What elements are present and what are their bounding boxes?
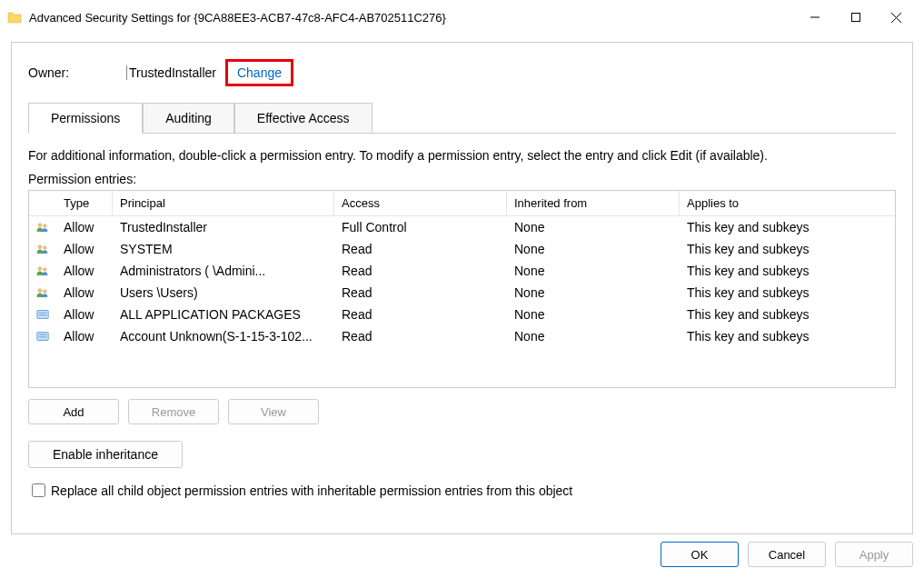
cell-applies: This key and subkeys (680, 305, 895, 324)
cell-access: Full Control (334, 218, 507, 236)
cell-principal: ALL APPLICATION PACKAGES (113, 305, 334, 324)
users-icon (29, 241, 56, 257)
package-icon (29, 328, 56, 344)
table-header: Type Principal Access Inherited from App… (29, 191, 895, 216)
svg-point-10 (38, 289, 42, 293)
owner-value: TrustedInstaller (126, 65, 216, 80)
svg-point-9 (44, 268, 46, 271)
cell-inherited: None (507, 218, 680, 236)
cell-principal: TrustedInstaller (113, 218, 334, 236)
cell-applies: This key and subkeys (680, 284, 895, 302)
content-frame: Owner: TrustedInstaller Change Permissio… (11, 42, 913, 534)
th-principal[interactable]: Principal (113, 191, 334, 215)
window-title: Advanced Security Settings for {9CA88EE3… (29, 11, 794, 25)
cell-principal: Account Unknown(S-1-15-3-102... (113, 327, 334, 345)
svg-rect-12 (37, 311, 48, 319)
cell-access: Read (334, 327, 507, 345)
svg-point-8 (38, 267, 42, 271)
table-row[interactable]: AllowUsers \Users)ReadNoneThis key and s… (29, 282, 895, 304)
replace-checkbox-label: Replace all child object permission entr… (51, 483, 572, 498)
remove-button[interactable]: Remove (128, 399, 219, 424)
cell-access: Read (334, 262, 507, 280)
cell-principal: SYSTEM (113, 240, 334, 258)
cell-type: Allow (56, 262, 113, 280)
table-buttons: Add Remove View (28, 399, 896, 424)
cell-access: Read (334, 305, 507, 324)
users-icon (29, 219, 56, 235)
table-row[interactable]: AllowALL APPLICATION PACKAGESReadNoneThi… (29, 304, 895, 325)
tab-permissions[interactable]: Permissions (28, 103, 143, 134)
footer-buttons: OK Cancel Apply (0, 534, 924, 567)
cell-type: Allow (56, 284, 113, 302)
cell-type: Allow (56, 218, 113, 236)
table-body: AllowTrustedInstallerFull ControlNoneThi… (29, 216, 895, 347)
table-row[interactable]: AllowTrustedInstallerFull ControlNoneThi… (29, 216, 895, 238)
svg-point-11 (44, 290, 46, 293)
apply-button[interactable]: Apply (835, 542, 913, 567)
th-type[interactable]: Type (56, 191, 113, 215)
minimize-button[interactable] (794, 4, 835, 31)
svg-point-6 (38, 245, 42, 249)
users-icon (29, 263, 56, 279)
tab-strip: Permissions Auditing Effective Access (28, 103, 896, 134)
svg-rect-1 (851, 14, 859, 22)
cell-access: Read (334, 240, 507, 258)
cell-type: Allow (56, 327, 113, 345)
cell-principal: Users \Users) (113, 284, 334, 302)
svg-point-5 (44, 224, 46, 227)
titlebar: Advanced Security Settings for {9CA88EE3… (0, 0, 924, 35)
cell-inherited: None (507, 262, 680, 280)
cell-access: Read (334, 284, 507, 302)
cell-type: Allow (56, 305, 113, 324)
maximize-button[interactable] (835, 4, 876, 31)
add-button[interactable]: Add (28, 399, 119, 424)
th-icon (29, 191, 56, 215)
th-applies[interactable]: Applies to (680, 191, 895, 215)
tab-effective-access[interactable]: Effective Access (234, 103, 373, 133)
cell-type: Allow (56, 240, 113, 258)
ok-button[interactable]: OK (661, 542, 739, 567)
enable-inheritance-button[interactable]: Enable inheritance (28, 441, 183, 468)
cell-principal: Administrators ( \Admini... (113, 262, 334, 280)
replace-checkbox-row: Replace all child object permission entr… (28, 481, 896, 500)
cell-applies: This key and subkeys (680, 218, 895, 236)
th-inherited[interactable]: Inherited from (507, 191, 680, 215)
owner-row: Owner: TrustedInstaller Change (28, 59, 896, 86)
table-row[interactable]: AllowAccount Unknown(S-1-15-3-102...Read… (29, 325, 895, 347)
table-row[interactable]: AllowAdministrators ( \Admini...ReadNone… (29, 260, 895, 282)
cell-inherited: None (507, 327, 680, 345)
th-access[interactable]: Access (334, 191, 507, 215)
cell-applies: This key and subkeys (680, 327, 895, 345)
svg-point-4 (38, 224, 42, 227)
replace-checkbox[interactable] (32, 483, 45, 497)
folder-icon (7, 10, 22, 25)
change-owner-link[interactable]: Change (225, 59, 293, 86)
tab-auditing[interactable]: Auditing (143, 103, 234, 133)
entries-label: Permission entries: (28, 172, 896, 186)
cell-inherited: None (507, 305, 680, 324)
cell-inherited: None (507, 284, 680, 302)
users-icon (29, 284, 56, 301)
cell-applies: This key and subkeys (680, 262, 895, 280)
cell-applies: This key and subkeys (680, 240, 895, 258)
cancel-button[interactable]: Cancel (748, 542, 826, 567)
package-icon (29, 306, 56, 323)
owner-label: Owner: (28, 65, 126, 80)
svg-rect-15 (37, 333, 48, 341)
permission-table: Type Principal Access Inherited from App… (28, 190, 896, 388)
info-text: For additional information, double-click… (28, 148, 896, 163)
svg-point-7 (44, 246, 46, 249)
cell-inherited: None (507, 240, 680, 258)
view-button[interactable]: View (228, 399, 319, 424)
close-button[interactable] (876, 4, 917, 31)
table-row[interactable]: AllowSYSTEMReadNoneThis key and subkeys (29, 238, 895, 260)
window-controls (794, 4, 917, 31)
